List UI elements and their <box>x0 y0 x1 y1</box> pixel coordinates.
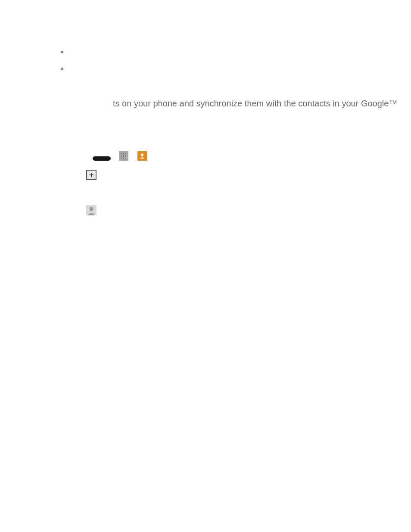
svg-point-0 <box>141 154 143 156</box>
app-grid-icon <box>119 151 128 161</box>
contacts-app-icon <box>137 151 147 161</box>
contact-silhouette-icon <box>86 205 97 215</box>
dash-indicator <box>93 156 111 161</box>
add-contact-icon: + <box>86 170 97 180</box>
bullet-icon <box>61 51 63 53</box>
svg-point-2 <box>90 207 93 211</box>
svg-point-4 <box>94 213 96 215</box>
bullet-icon <box>61 68 63 70</box>
body-text: ts on your phone and synchronize them wi… <box>113 99 397 109</box>
